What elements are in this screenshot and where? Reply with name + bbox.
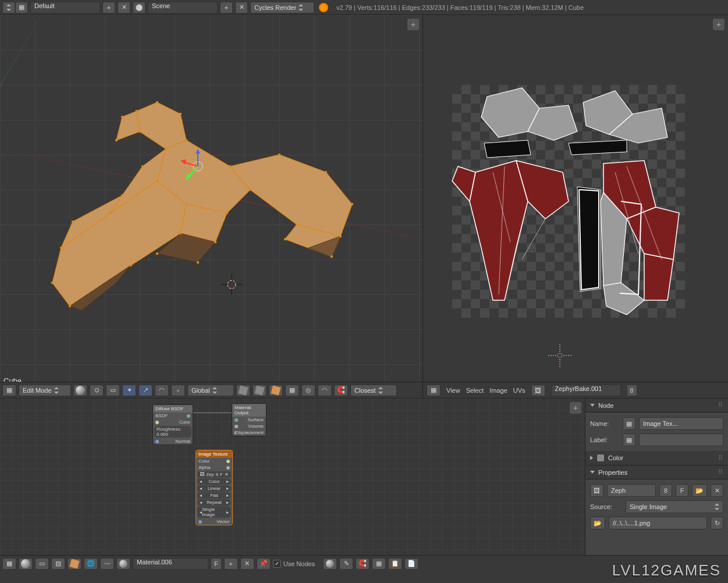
node-name-field[interactable]: Image Tex... (639, 417, 723, 430)
node-image-name[interactable]: Zep (206, 472, 214, 477)
node-socket-label: Color (179, 420, 190, 425)
mesh-object[interactable] (35, 91, 361, 312)
svg-marker-0 (137, 102, 186, 149)
section-properties[interactable]: Properties ⠿ (585, 465, 728, 479)
editor-type-icon[interactable] (2, 2, 15, 13)
use-nodes-checkbox[interactable]: ✓ (273, 560, 281, 568)
node-image-texture[interactable]: Image Texture Color Alpha 🖼Zep8F✕ ◂Color… (196, 450, 233, 525)
editor-type-select[interactable]: ▦ (2, 385, 16, 396)
unlink-image-button[interactable]: ✕ (711, 484, 723, 497)
grip-icon[interactable]: ⠿ (718, 454, 723, 462)
uv-menu-view[interactable]: View (446, 387, 460, 394)
add-scene-button[interactable]: + (220, 2, 233, 13)
grip-icon[interactable]: ⠿ (718, 401, 723, 409)
manipulator-axis-icon[interactable]: ✦ (122, 385, 136, 396)
layout-select[interactable]: Default (30, 2, 100, 13)
orientation-select[interactable]: Global (187, 385, 234, 396)
world-shader-icon[interactable]: 🌐 (84, 558, 98, 570)
node-value[interactable]: Color (208, 479, 219, 484)
editor-type-select-bottom[interactable]: ▦ (2, 558, 16, 570)
manipulator-rotate[interactable]: ◠ (155, 385, 169, 396)
node-header: Diffuse BSDF (153, 405, 193, 413)
shader-tree-icon[interactable] (19, 558, 33, 570)
image-browse-icon[interactable]: 🖼 (531, 385, 545, 396)
line-shader-icon[interactable]: 〰 (100, 558, 114, 570)
uv-menu-uvs[interactable]: UVs (513, 387, 525, 394)
region-expand-handle-nodes[interactable]: + (570, 402, 581, 414)
snap-toggle[interactable]: 🧲 (334, 385, 348, 396)
open-image-button[interactable]: 📂 (692, 484, 707, 497)
layers-toggle[interactable]: ▭ (106, 385, 120, 396)
node-value[interactable]: Repeat (207, 500, 222, 505)
pin-button[interactable]: 📌 (257, 558, 271, 570)
svg-point-15 (165, 148, 167, 150)
copy-nodes-button[interactable]: 📋 (388, 558, 402, 570)
manipulator-gizmo[interactable] (180, 149, 215, 184)
grip-icon[interactable]: ⠿ (718, 468, 723, 476)
proportional-falloff[interactable]: ◠ (318, 385, 332, 396)
material-browse-icon[interactable] (116, 558, 130, 570)
paste-nodes-button[interactable]: 📄 (404, 558, 418, 570)
unlink-material-button[interactable]: ✕ (240, 558, 254, 570)
node-value[interactable]: Flat (210, 493, 218, 498)
select-mode-vertex[interactable] (236, 385, 250, 396)
uv-image-editor[interactable]: + ▦ View Select Image UVs 🖼 ZephyrBake.0… (423, 15, 728, 398)
node-label-field[interactable] (639, 433, 723, 446)
pivot-select[interactable]: ⊙ (90, 385, 104, 396)
gpencil-toggle[interactable]: ✎ (339, 558, 353, 570)
node-value[interactable]: Single Image (202, 507, 226, 517)
datablock-icon[interactable]: ▦ (623, 433, 635, 446)
shading-select[interactable] (73, 385, 87, 396)
scene-icon[interactable]: ⬤ (133, 2, 145, 13)
limit-selection[interactable]: ▦ (285, 385, 299, 396)
region-expand-handle-uv[interactable]: + (713, 19, 725, 30)
remove-layout-button[interactable]: ✕ (118, 2, 130, 13)
remove-scene-button[interactable]: ✕ (235, 2, 248, 13)
uv-image-name[interactable]: ZephyrBake.001 (551, 385, 621, 396)
uv-image-users[interactable]: 8 (627, 385, 637, 396)
node-value[interactable]: Roughness: 0.000 (157, 426, 189, 437)
datablock-icon[interactable]: ▦ (623, 417, 635, 430)
snap-type-nodes[interactable]: ▦ (372, 558, 386, 570)
snap-element-select[interactable]: Closest (350, 385, 397, 396)
section-node[interactable]: Node ⠿ (585, 399, 728, 413)
material-name-field[interactable]: Material.006 (133, 558, 208, 570)
select-mode-face[interactable] (269, 385, 283, 396)
source-select[interactable]: Single Image (626, 500, 723, 513)
svg-point-35 (325, 171, 327, 173)
scene-select[interactable]: Scene (148, 2, 218, 13)
manipulator-translate[interactable]: ↗ (139, 385, 152, 396)
add-material-button[interactable]: + (224, 558, 238, 570)
filepath-field[interactable]: //..\..\....1.png (609, 517, 707, 529)
node-material-output[interactable]: Material Output Surface Volume Displacem… (232, 403, 267, 436)
proportional-edit[interactable]: ◎ (301, 385, 315, 396)
node-diffuse-bsdf[interactable]: Diffuse BSDF BSDF Color Roughness: 0.000… (152, 404, 193, 445)
node-editor[interactable]: Diffuse BSDF BSDF Color Roughness: 0.000… (0, 399, 585, 555)
image-name-field[interactable]: Zeph (607, 484, 656, 497)
region-expand-handle[interactable]: + (407, 19, 419, 30)
select-mode-edge[interactable] (253, 385, 267, 396)
fake-user-button[interactable]: F (211, 558, 222, 570)
section-color[interactable]: Color ⠿ (585, 451, 728, 465)
image-users-button[interactable]: 8 (659, 484, 672, 497)
manipulator-scale[interactable]: ▫ (171, 385, 185, 396)
snap-toggle-nodes[interactable]: 🧲 (356, 558, 370, 570)
mode-select[interactable]: Edit Mode (19, 385, 71, 396)
uv-menu-select[interactable]: Select (466, 387, 484, 394)
image-browse-button[interactable]: 🖼 (590, 484, 603, 497)
filepath-browse-button[interactable]: 📂 (590, 517, 605, 529)
render-engine-select[interactable]: Cycles Render (250, 2, 314, 13)
uv-editor-type-select[interactable]: ▦ (427, 385, 441, 396)
compositor-tree-icon[interactable]: ▭ (35, 558, 49, 570)
texture-tree-icon[interactable]: ▨ (51, 558, 65, 570)
fake-user-button[interactable]: F (676, 484, 688, 497)
object-shader-icon[interactable] (68, 558, 81, 570)
add-layout-button[interactable]: + (102, 2, 115, 13)
reload-button[interactable]: ↻ (711, 517, 723, 529)
info-icon[interactable]: ▦ (15, 2, 28, 13)
uv-layout[interactable] (452, 85, 685, 318)
uv-menu-image[interactable]: Image (489, 387, 507, 394)
node-value[interactable]: Linear (208, 486, 221, 491)
viewport-3d[interactable]: Cube + ▦ Edit Mode ⊙ ▭ ✦ ↗ ◠ ▫ Global ▦ … (0, 15, 423, 398)
backdrop-toggle[interactable] (323, 558, 337, 570)
